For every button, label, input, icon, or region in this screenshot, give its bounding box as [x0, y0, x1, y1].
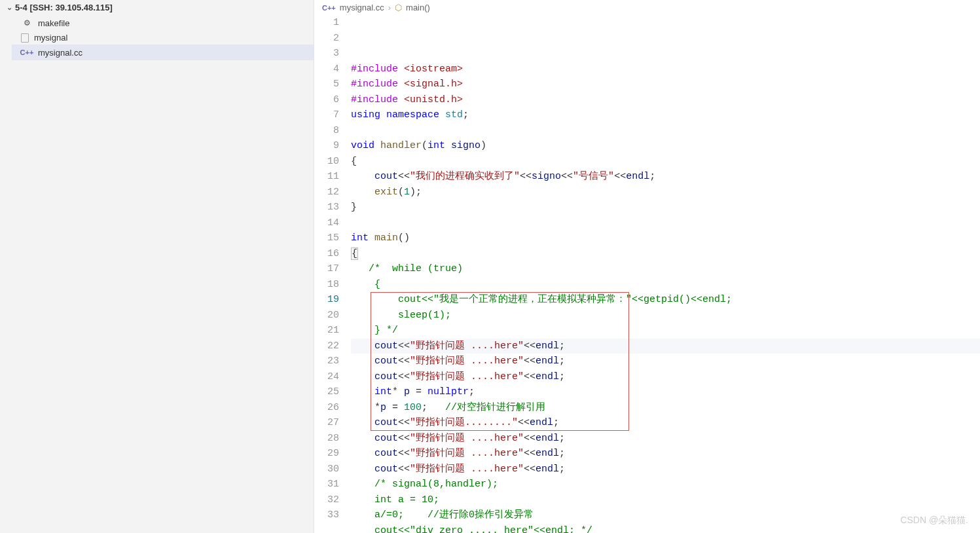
breadcrumb-symbol: main()	[406, 3, 430, 12]
line-number: 27	[314, 415, 339, 431]
line-number: 17	[314, 261, 339, 277]
line-number: 1	[314, 15, 339, 31]
file-item-makefile[interactable]: ⚙makefile	[12, 15, 314, 31]
line-number: 8	[314, 123, 339, 139]
line-number: 21	[314, 323, 339, 339]
line-number: 25	[314, 384, 339, 400]
code-line[interactable]: cout<<"野指针问题........"<<endl;	[351, 415, 980, 431]
line-number: 33	[314, 507, 339, 523]
code-line[interactable]: void handler(int signo)	[351, 138, 980, 154]
blank-icon	[21, 33, 29, 43]
code-line[interactable]: /* while (true)	[351, 261, 980, 277]
line-number: 30	[314, 462, 339, 477]
breadcrumb[interactable]: C++ mysignal.cc › ⬡ main()	[314, 0, 980, 15]
cpp-icon: C++	[21, 46, 33, 58]
line-number: 6	[314, 92, 339, 108]
file-item-mysignal.cc[interactable]: C++mysignal.cc	[12, 45, 314, 60]
line-number: 26	[314, 400, 339, 416]
code-line[interactable]: int* p = nullptr;	[351, 384, 980, 400]
line-number: 10	[314, 154, 339, 170]
code-line[interactable]: exit(1);	[351, 185, 980, 200]
line-number: 15	[314, 230, 339, 246]
line-number: 13	[314, 200, 339, 215]
code-line[interactable]	[351, 123, 980, 139]
code-line[interactable]: cout<<"我们的进程确实收到了"<<signo<<"号信号"<<endl;	[351, 169, 980, 185]
code-line[interactable]: {	[351, 154, 980, 170]
file-label: makefile	[38, 18, 69, 28]
code-line[interactable]: *p = 100; //对空指针进行解引用	[351, 400, 980, 416]
folder-title: 5-4 [SSH: 39.105.48.115]	[15, 3, 113, 12]
line-number: 19	[314, 292, 339, 308]
line-number: 18	[314, 277, 339, 293]
breadcrumb-file: mysignal.cc	[340, 3, 384, 12]
line-number: 20	[314, 308, 339, 323]
line-number: 23	[314, 354, 339, 369]
code-line[interactable]: {	[351, 246, 980, 262]
code-line[interactable]: using namespace std;	[351, 107, 980, 123]
line-number: 11	[314, 169, 339, 185]
code-line[interactable]: #include <iostream>	[351, 62, 980, 77]
code-line[interactable]: cout<<"野指针问题 ....here"<<endl;	[351, 446, 980, 462]
line-gutter: 1234567891011121314151617181920212223242…	[314, 15, 351, 533]
symbol-icon: ⬡	[395, 3, 402, 12]
code-content[interactable]: #include <iostream>#include <signal.h>#i…	[351, 15, 980, 533]
line-number: 28	[314, 431, 339, 447]
code-line[interactable]: cout<<"野指针问题 ....here"<<endl;	[351, 431, 980, 447]
code-line[interactable]: /* signal(8,handler);	[351, 477, 980, 492]
code-line[interactable]: cout<<"野指针问题 ....here"<<endl;	[351, 339, 980, 354]
code-line[interactable]: int a = 10;	[351, 492, 980, 508]
line-number: 14	[314, 215, 339, 231]
file-label: mysignal	[34, 33, 67, 43]
line-number: 22	[314, 339, 339, 354]
line-number: 2	[314, 31, 339, 46]
line-number: 12	[314, 185, 339, 200]
code-line[interactable]: cout<<"野指针问题 ....here"<<endl;	[351, 354, 980, 369]
code-line[interactable]: a/=0; //进行除0操作引发异常	[351, 507, 980, 523]
line-number: 7	[314, 107, 339, 123]
code-line[interactable]: #include <signal.h>	[351, 77, 980, 92]
makefile-icon: ⚙	[21, 17, 33, 29]
file-label: mysignal.cc	[38, 48, 82, 58]
line-number: 5	[314, 77, 339, 92]
file-item-mysignal[interactable]: mysignal	[12, 31, 314, 45]
code-line[interactable]: sleep(1);	[351, 308, 980, 323]
code-area[interactable]: 1234567891011121314151617181920212223242…	[314, 15, 980, 533]
code-line[interactable]: int main()	[351, 230, 980, 246]
code-line[interactable]: {	[351, 277, 980, 293]
breadcrumb-separator: ›	[388, 3, 391, 12]
line-number: 24	[314, 369, 339, 385]
code-line[interactable]: cout<<"我是一个正常的进程，正在模拟某种异常："<<getpid()<<e…	[351, 292, 980, 308]
code-line[interactable]: #include <unistd.h>	[351, 92, 980, 108]
explorer-header[interactable]: ⌄ 5-4 [SSH: 39.105.48.115]	[0, 0, 314, 15]
file-explorer: ⌄ 5-4 [SSH: 39.105.48.115] ⚙makefilemysi…	[0, 0, 314, 533]
code-line[interactable]: }	[351, 200, 980, 215]
watermark: CSDN @朵猫猫.	[900, 515, 968, 526]
editor-pane: C++ mysignal.cc › ⬡ main() 1234567891011…	[314, 0, 980, 533]
line-number: 3	[314, 46, 339, 62]
code-line[interactable]: cout<<"野指针问题 ....here"<<endl;	[351, 462, 980, 477]
cpp-icon: C++	[322, 4, 336, 12]
code-line[interactable]: cout<<"div zero ..... here"<<endl; */	[351, 523, 980, 534]
file-list: ⚙makefilemysignalC++mysignal.cc	[0, 15, 314, 60]
code-line[interactable]: cout<<"野指针问题 ....here"<<endl;	[351, 369, 980, 385]
line-number: 9	[314, 138, 339, 154]
line-number: 16	[314, 246, 339, 262]
line-number: 4	[314, 62, 339, 77]
code-line[interactable]: } */	[351, 323, 980, 339]
line-number: 31	[314, 477, 339, 492]
chevron-down-icon: ⌄	[7, 3, 12, 12]
code-line[interactable]	[351, 215, 980, 231]
line-number: 32	[314, 492, 339, 508]
line-number: 29	[314, 446, 339, 462]
